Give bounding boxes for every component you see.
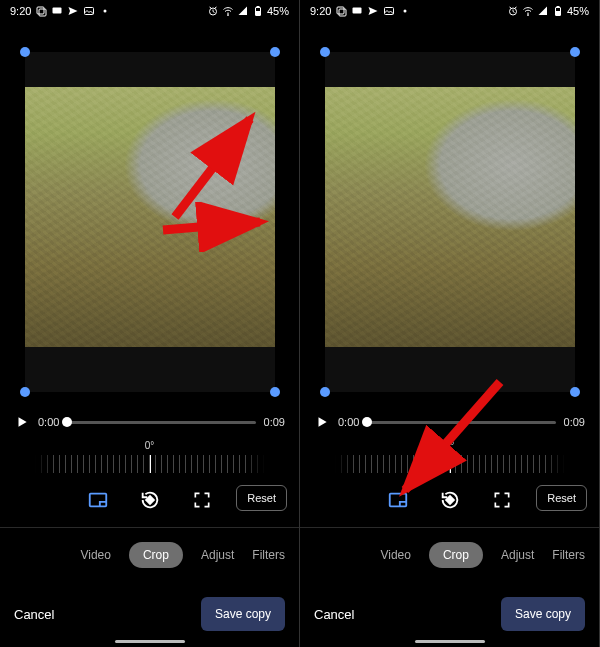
play-button[interactable] [314,414,330,430]
svg-rect-14 [337,7,344,14]
wifi-icon [222,5,234,17]
signal-icon [237,5,249,17]
svg-rect-8 [257,7,259,8]
send-icon [67,5,79,17]
svg-line-11 [163,222,260,230]
tab-adjust[interactable]: Adjust [201,548,234,562]
alarm-icon [207,5,219,17]
aspect-ratio-button[interactable] [85,487,111,513]
svg-rect-2 [53,8,62,14]
crop-handle-top-right[interactable] [570,47,580,57]
tab-crop[interactable]: Crop [429,542,483,568]
scrubber-knob[interactable] [62,417,72,427]
dot-icon [399,5,411,17]
rotation-control: 0° [0,434,299,473]
time-duration: 0:09 [564,416,585,428]
status-battery-text: 45% [267,5,289,17]
crop-handle-bottom-right[interactable] [570,387,580,397]
svg-rect-22 [557,7,559,8]
svg-point-20 [527,15,528,16]
phone-left: 9:20 45% [0,0,300,647]
cancel-button[interactable]: Cancel [314,607,354,622]
svg-rect-1 [39,9,46,16]
crop-handle-top-left[interactable] [320,47,330,57]
crop-outside-bottom [25,347,275,392]
svg-rect-15 [339,9,346,16]
crop-handle-top-right[interactable] [270,47,280,57]
scrubber-knob[interactable] [362,417,372,427]
crop-frame[interactable] [25,52,275,392]
video-preview[interactable] [325,87,575,347]
crop-tool-row: Reset [0,473,299,523]
home-indicator[interactable] [415,640,485,643]
crop-handle-top-left[interactable] [20,47,30,57]
send-icon [367,5,379,17]
signal-icon [537,5,549,17]
tab-icon [335,5,347,17]
home-indicator[interactable] [115,640,185,643]
video-scrubber: 0:00 0:09 [0,402,299,434]
status-battery-text: 45% [567,5,589,17]
svg-rect-16 [353,8,362,14]
crop-handle-bottom-left[interactable] [320,387,330,397]
message-icon [51,5,63,17]
tab-adjust[interactable]: Adjust [501,548,534,562]
crop-outside-top [25,52,275,87]
scrubber-track[interactable] [67,421,255,424]
alarm-icon [507,5,519,17]
svg-point-18 [404,10,407,13]
tab-icon [35,5,47,17]
message-icon [351,5,363,17]
time-current: 0:00 [38,416,59,428]
svg-rect-12 [89,494,106,507]
phone-right: 9:20 45% [300,0,600,647]
svg-rect-9 [256,12,260,16]
time-current: 0:00 [338,416,359,428]
svg-point-4 [104,10,107,13]
crop-frame[interactable] [325,52,575,392]
bottom-bar: Cancel Save copy [300,585,599,647]
tab-crop[interactable]: Crop [129,542,183,568]
tab-video[interactable]: Video [80,548,110,562]
time-duration: 0:09 [264,416,285,428]
annotation-arrow-down-left [390,372,520,502]
rotation-label: 0° [0,440,299,451]
wifi-icon [522,5,534,17]
annotation-arrow-right [155,202,275,252]
editor-tabs: Video Crop Adjust Filters [0,528,299,574]
reset-button[interactable]: Reset [536,485,587,511]
svg-point-6 [227,15,228,16]
expand-button[interactable] [189,487,215,513]
svg-rect-0 [37,7,44,14]
reset-button[interactable]: Reset [236,485,287,511]
status-time: 9:20 [310,5,331,17]
battery-icon [252,5,264,17]
image-icon [83,5,95,17]
save-copy-button[interactable]: Save copy [501,597,585,631]
status-bar: 9:20 45% [300,0,599,22]
tab-filters[interactable]: Filters [252,548,285,562]
bottom-bar: Cancel Save copy [0,585,299,647]
svg-rect-13 [146,496,154,504]
svg-line-24 [405,382,500,490]
play-button[interactable] [14,414,30,430]
crop-canvas[interactable] [0,22,299,402]
status-time: 9:20 [10,5,31,17]
battery-icon [552,5,564,17]
rotation-ruler[interactable] [35,455,265,473]
crop-outside-top [325,52,575,87]
editor-tabs: Video Crop Adjust Filters [300,528,599,574]
tab-filters[interactable]: Filters [552,548,585,562]
crop-canvas[interactable] [300,22,599,402]
svg-rect-23 [556,12,560,16]
crop-handle-bottom-right[interactable] [270,387,280,397]
status-bar: 9:20 45% [0,0,299,22]
crop-handle-bottom-left[interactable] [20,387,30,397]
tab-video[interactable]: Video [380,548,410,562]
cancel-button[interactable]: Cancel [14,607,54,622]
dot-icon [99,5,111,17]
rotate-button[interactable] [137,487,163,513]
save-copy-button[interactable]: Save copy [201,597,285,631]
image-icon [383,5,395,17]
